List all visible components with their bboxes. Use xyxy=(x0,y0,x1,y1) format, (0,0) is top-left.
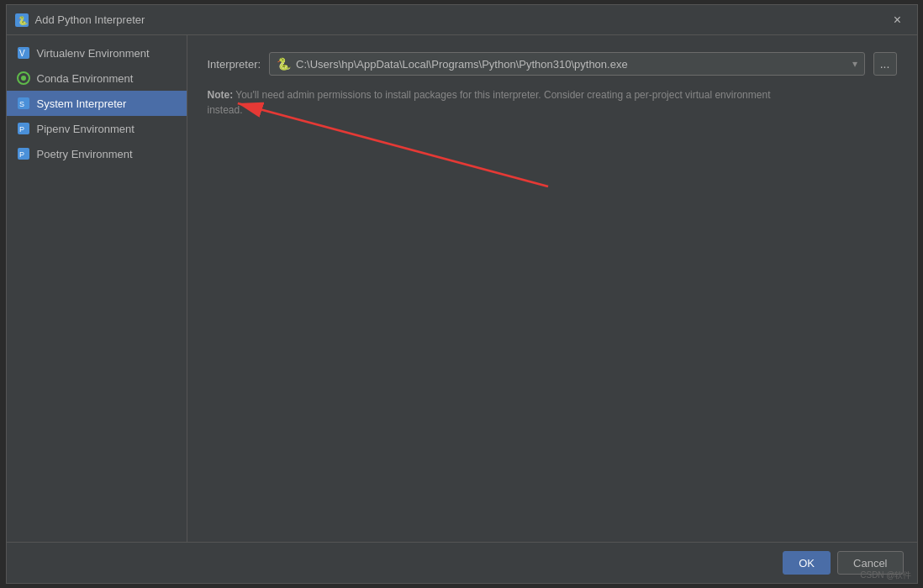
cancel-button[interactable]: Cancel xyxy=(837,551,903,575)
more-options-button[interactable]: ... xyxy=(873,52,897,76)
conda-icon xyxy=(17,71,30,85)
poetry-icon: P xyxy=(17,147,30,160)
title-bar: 🐍 Add Python Interpreter × xyxy=(7,5,917,35)
python-icon: 🐍 xyxy=(277,57,291,71)
interpreter-label: Interpreter: xyxy=(208,58,261,71)
sidebar-item-conda[interactable]: Conda Environment xyxy=(7,66,187,91)
main-content: Interpreter: 🐍 C:\Users\hp\AppData\Local… xyxy=(187,35,917,542)
svg-text:S: S xyxy=(19,100,24,108)
note-body: You'll need admin permissions to install… xyxy=(208,89,771,116)
svg-text:P: P xyxy=(19,150,24,159)
chevron-down-icon: ▾ xyxy=(852,58,857,70)
sidebar-item-system[interactable]: S System Interpreter xyxy=(7,91,187,116)
pipenv-icon: P xyxy=(17,122,30,135)
system-icon: S xyxy=(17,97,30,110)
sidebar-item-poetry[interactable]: P Poetry Environment xyxy=(7,141,187,166)
dialog-title: Add Python Interpreter xyxy=(35,13,887,26)
virtualenv-icon: V xyxy=(17,46,30,60)
close-button[interactable]: × xyxy=(887,9,909,31)
interpreter-path: C:\Users\hp\AppData\Local\Programs\Pytho… xyxy=(296,58,847,71)
dialog-body: V Virtualenv Environment Conda Environme… xyxy=(7,35,917,542)
sidebar-item-virtualenv-label: Virtualenv Environment xyxy=(37,47,150,60)
svg-text:V: V xyxy=(19,49,25,58)
dialog-icon: 🐍 xyxy=(15,13,29,27)
svg-point-5 xyxy=(21,76,26,81)
note-text: Note: You'll need admin permissions to i… xyxy=(208,87,779,118)
dialog-footer: OK Cancel xyxy=(7,542,917,583)
svg-text:🐍: 🐍 xyxy=(18,15,29,26)
sidebar-item-conda-label: Conda Environment xyxy=(37,72,134,85)
add-python-interpreter-dialog: 🐍 Add Python Interpreter × V Virtualenv … xyxy=(6,4,918,584)
svg-text:P: P xyxy=(19,125,24,134)
sidebar-item-pipenv-label: Pipenv Environment xyxy=(37,123,134,135)
note-prefix: Note: xyxy=(208,89,234,101)
sidebar-item-virtualenv[interactable]: V Virtualenv Environment xyxy=(7,40,187,66)
sidebar-item-poetry-label: Poetry Environment xyxy=(37,148,133,160)
ok-button[interactable]: OK xyxy=(783,551,831,575)
interpreter-dropdown[interactable]: 🐍 C:\Users\hp\AppData\Local\Programs\Pyt… xyxy=(269,52,864,76)
sidebar-item-pipenv[interactable]: P Pipenv Environment xyxy=(7,116,187,141)
sidebar: V Virtualenv Environment Conda Environme… xyxy=(7,35,187,542)
sidebar-item-system-label: System Interpreter xyxy=(37,97,127,110)
interpreter-row: Interpreter: 🐍 C:\Users\hp\AppData\Local… xyxy=(208,52,897,76)
